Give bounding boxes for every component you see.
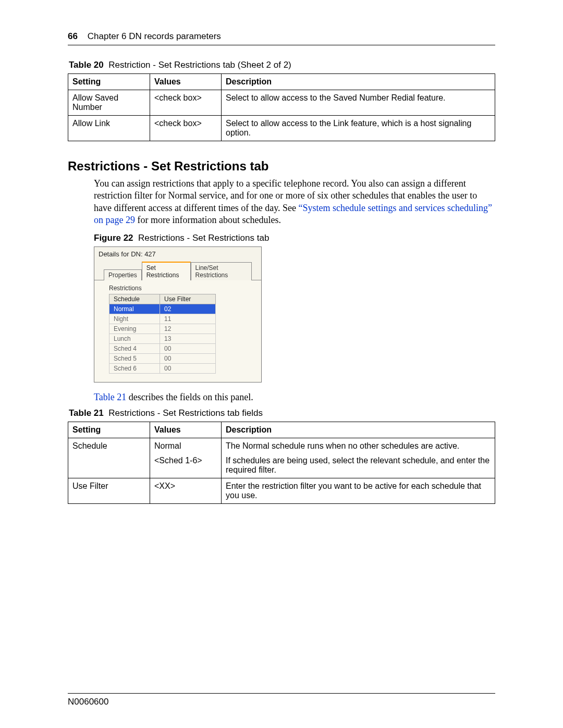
table21-title: Table 21 Restrictions - Set Restrictions… [69,408,495,418]
table20-title: Table 20 Restriction - Set Restrictions … [69,60,495,70]
restrictions-row[interactable]: Lunch 13 [109,334,216,343]
table21: Setting Values Description Schedule Norm… [68,422,495,504]
tab-line-set-restrictions[interactable]: Line/Set Restrictions [191,262,252,280]
table21-col-values: Values [150,422,222,438]
restrictions-row[interactable]: Night 11 [109,314,216,324]
tabstrip: Properties Set Restrictions Line/Set Res… [94,261,261,280]
table20: Setting Values Description Allow Saved N… [68,73,495,141]
table20-col-values: Values [150,74,222,90]
table20-col-setting: Setting [68,74,150,90]
col-schedule: Schedule [109,294,160,304]
footer-rule [68,693,495,694]
table20-col-desc: Description [222,74,495,90]
table21-col-desc: Description [222,422,495,438]
table21-col-setting: Setting [68,422,150,438]
restrictions-row[interactable]: Sched 4 00 [109,343,216,353]
group-label: Restrictions [109,285,251,292]
table-row: Allow Saved Number <check box> Select to… [68,90,495,116]
tab-set-restrictions[interactable]: Set Restrictions [142,262,191,280]
table-row: Allow Link <check box> Select to allow a… [68,116,495,141]
running-header: 66 Chapter 6 DN records parameters [68,31,495,42]
restrictions-row[interactable]: Normal 02 [109,304,216,314]
figure22-title: Figure 22 Restrictions - Set Restriction… [94,233,495,243]
restrictions-row[interactable]: Evening 12 [109,324,216,334]
restrictions-panel: Restrictions Schedule Use Filter Normal … [94,280,261,382]
details-panel: Details for DN: 427 Properties Set Restr… [94,246,262,382]
chapter-label: Chapter 6 DN records parameters [88,31,221,41]
page-number: 66 [68,31,78,41]
table-row: Schedule Normal <Sched 1-6> The Normal s… [68,438,495,478]
section-paragraph: You can assign restrictions that apply t… [94,178,495,227]
footer: N0060600 [68,689,495,707]
restrictions-row[interactable]: Sched 6 00 [109,363,216,373]
header-rule [68,45,495,45]
table-row: Use Filter <XX> Enter the restriction fi… [68,478,495,503]
footer-code: N0060600 [68,697,495,707]
table21-ref-link[interactable]: Table 21 [94,392,126,402]
restrictions-row[interactable]: Sched 5 00 [109,353,216,363]
table21-intro: Table 21 describes the fields on this pa… [94,392,495,403]
col-use-filter: Use Filter [160,294,216,304]
details-title: Details for DN: 427 [94,247,261,261]
section-heading: Restrictions - Set Restrictions tab [68,159,495,174]
restrictions-table[interactable]: Schedule Use Filter Normal 02 Night 11 E… [109,294,216,374]
tab-properties[interactable]: Properties [104,269,142,280]
